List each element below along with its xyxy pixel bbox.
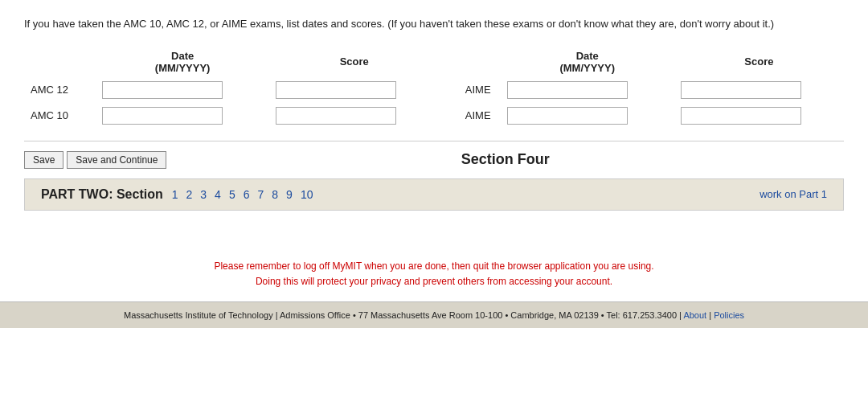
divider (24, 141, 844, 141)
action-row: Save Save and Continue Section Four (24, 151, 844, 169)
privacy-line2: Doing this will protect your privacy and… (0, 274, 868, 289)
footer-text: Massachusetts Institute of Technology | … (124, 310, 682, 320)
save-continue-button[interactable]: Save and Continue (67, 151, 166, 169)
section-link-1[interactable]: 1 (170, 188, 181, 201)
section-link-7[interactable]: 7 (255, 188, 266, 201)
section-link-2[interactable]: 2 (184, 188, 195, 201)
footer-about-link[interactable]: About (683, 310, 706, 320)
section-link-9[interactable]: 9 (284, 188, 295, 201)
section-link-8[interactable]: 8 (269, 188, 280, 201)
section-link-6[interactable]: 6 (241, 188, 252, 201)
left-score-input-0[interactable] (276, 81, 396, 99)
right-date-input-0[interactable] (507, 81, 628, 99)
col1-date-header: Date (MM/YYYY) (96, 47, 269, 77)
main-content: If you have taken the AMC 10, AMC 12, or… (0, 0, 868, 235)
footer-policies-link[interactable]: Policies (714, 310, 744, 320)
right-date-input-1[interactable] (507, 107, 628, 125)
work-on-part1[interactable]: work on Part 1 (760, 188, 827, 200)
table-row: AMC 12 AIME (24, 77, 844, 103)
row-right-score-cell[interactable] (674, 77, 844, 103)
right-score-input-0[interactable] (681, 81, 801, 99)
left-date-input-0[interactable] (102, 81, 223, 99)
row-right-label: AIME (439, 103, 500, 129)
right-score-input-1[interactable] (681, 107, 801, 125)
section-link-4[interactable]: 4 (212, 188, 223, 201)
row-right-score-cell[interactable] (674, 103, 844, 129)
section-links: 12345678910 (170, 188, 316, 201)
exam-table: Date (MM/YYYY) Score Date (MM/YYYY) Scor… (24, 47, 844, 129)
row-left-score-cell[interactable] (269, 77, 439, 103)
footer-pipe: | (709, 310, 711, 320)
section-link-5[interactable]: 5 (227, 188, 238, 201)
section-link-10[interactable]: 10 (298, 188, 316, 201)
table-row: AMC 10 AIME (24, 103, 844, 129)
row-right-date-cell[interactable] (501, 77, 674, 103)
part-two-bar: PART TWO: Section 12345678910 work on Pa… (24, 178, 844, 211)
part-two-left: PART TWO: Section 12345678910 (41, 187, 315, 202)
row-left-label: AMC 10 (24, 103, 96, 129)
save-button[interactable]: Save (24, 151, 63, 169)
row-left-score-cell[interactable] (269, 103, 439, 129)
col1-score-header: Score (269, 47, 439, 77)
section-title: Section Four (166, 151, 844, 168)
intro-text: If you have taken the AMC 10, AMC 12, or… (24, 16, 844, 32)
col2-date-header: Date (MM/YYYY) (501, 47, 674, 77)
section-link-3[interactable]: 3 (198, 188, 209, 201)
row-left-date-cell[interactable] (96, 103, 269, 129)
col2-score-header: Score (674, 47, 844, 77)
work-on-part1-link[interactable]: work on Part 1 (760, 188, 827, 200)
row-left-label: AMC 12 (24, 77, 96, 103)
privacy-notice: Please remember to log off MyMIT when yo… (0, 259, 868, 289)
footer: Massachusetts Institute of Technology | … (0, 301, 868, 328)
row-right-date-cell[interactable] (501, 103, 674, 129)
part-two-label: PART TWO: Section (41, 187, 163, 202)
left-date-input-1[interactable] (102, 107, 223, 125)
left-score-input-1[interactable] (276, 107, 396, 125)
row-right-label: AIME (439, 77, 500, 103)
row-left-date-cell[interactable] (96, 77, 269, 103)
privacy-line1: Please remember to log off MyMIT when yo… (0, 259, 868, 274)
